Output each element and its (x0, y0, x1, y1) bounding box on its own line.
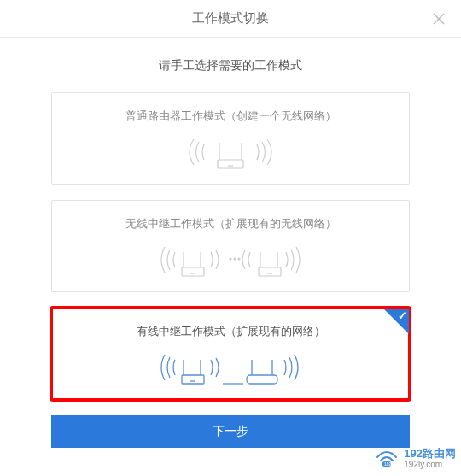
mode-option-wired-relay[interactable]: 有线中继工作模式（扩展现有的网络） (51, 308, 410, 400)
watermark-brand: 192路由网 (404, 448, 456, 460)
close-button[interactable] (427, 7, 451, 31)
next-step-button[interactable]: 下一步 (51, 415, 410, 448)
instruction-text: 请手工选择需要的工作模式 (51, 58, 410, 73)
mode-option-label: 无线中继工作模式（扩展现有的无线网络） (61, 216, 400, 232)
watermark-url: 192ly.com (404, 460, 456, 469)
svg-point-10 (230, 258, 231, 260)
svg-text:192: 192 (384, 461, 392, 467)
close-icon (432, 12, 446, 26)
signal-waves-icon (184, 134, 277, 170)
svg-rect-8 (182, 267, 204, 276)
mode-option-label: 普通路由器工作模式（创建一个无线网络） (61, 109, 400, 124)
watermark: 192 192路由网 192ly.com (375, 448, 456, 469)
dual-router-wired-icon (158, 350, 303, 385)
svg-rect-24 (247, 375, 277, 384)
wired-relay-illustration (61, 350, 400, 385)
svg-rect-4 (218, 160, 243, 168)
svg-point-11 (234, 258, 236, 260)
svg-rect-15 (259, 267, 281, 276)
router-illustration (61, 134, 400, 170)
svg-point-12 (238, 258, 240, 260)
wireless-relay-illustration (61, 242, 400, 278)
wifi-icon: 192 (375, 449, 399, 467)
mode-option-wireless-relay[interactable]: 无线中继工作模式（扩展现有的无线网络） (51, 200, 410, 292)
svg-rect-19 (182, 375, 204, 384)
dialog-title: 工作模式切换 (192, 10, 269, 26)
title-bar: 工作模式切换 (0, 0, 461, 38)
selected-check-icon (383, 309, 409, 334)
dual-router-wireless-icon (158, 242, 303, 278)
dialog-content: 请手工选择需要的工作模式 普通路由器工作模式（创建一个无线网络） 无线中继工作模… (0, 38, 461, 448)
mode-option-normal[interactable]: 普通路由器工作模式（创建一个无线网络） (51, 92, 410, 185)
mode-option-label: 有线中继工作模式（扩展现有的网络） (61, 324, 400, 339)
